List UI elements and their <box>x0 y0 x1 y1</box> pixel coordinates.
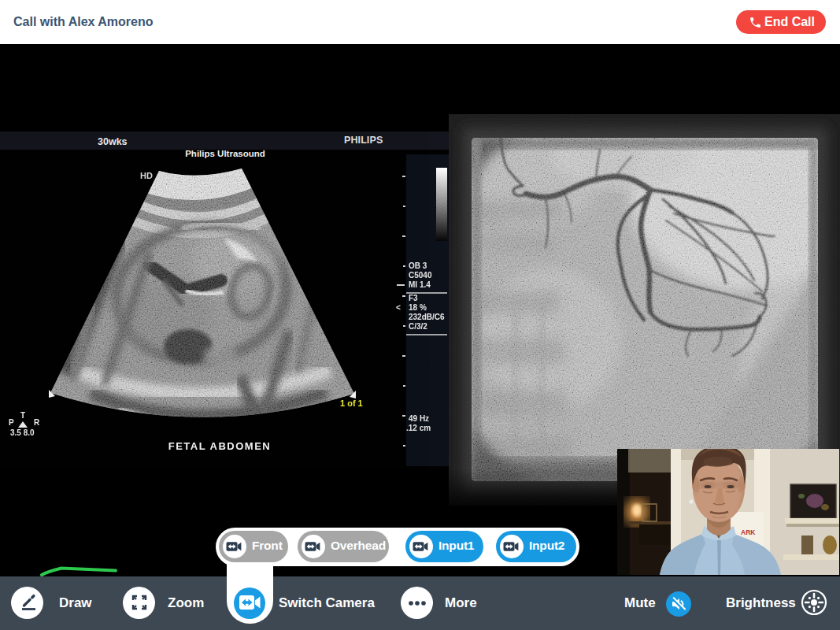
svg-text:T: T <box>20 411 25 420</box>
svg-text:Philips Ultrasound: Philips Ultrasound <box>185 149 265 158</box>
svg-text:49 Hz: 49 Hz <box>409 414 429 423</box>
svg-text:ARK: ARK <box>741 528 756 536</box>
svg-text:OB 3: OB 3 <box>409 261 427 270</box>
svg-text:30wks: 30wks <box>98 136 128 147</box>
svg-text:FETAL ABDOMEN: FETAL ABDOMEN <box>168 440 271 452</box>
svg-text:C/3/2: C/3/2 <box>409 322 427 331</box>
svg-text:R: R <box>34 418 40 427</box>
svg-text:MI 1.4: MI 1.4 <box>409 280 431 289</box>
svg-text:232dB/C6: 232dB/C6 <box>409 313 445 321</box>
svg-text:18 %: 18 % <box>409 303 427 312</box>
svg-text:1 of 1: 1 of 1 <box>340 398 363 408</box>
svg-text:PHILIPS: PHILIPS <box>344 135 383 146</box>
svg-text:.12 cm: .12 cm <box>406 424 431 432</box>
svg-text:C5040: C5040 <box>409 271 432 280</box>
svg-text:3.5 8.0: 3.5 8.0 <box>10 428 35 437</box>
svg-text:P: P <box>9 418 14 427</box>
svg-text:<: < <box>396 303 401 312</box>
svg-text:HD: HD <box>140 171 153 180</box>
svg-text:F3: F3 <box>409 294 418 302</box>
